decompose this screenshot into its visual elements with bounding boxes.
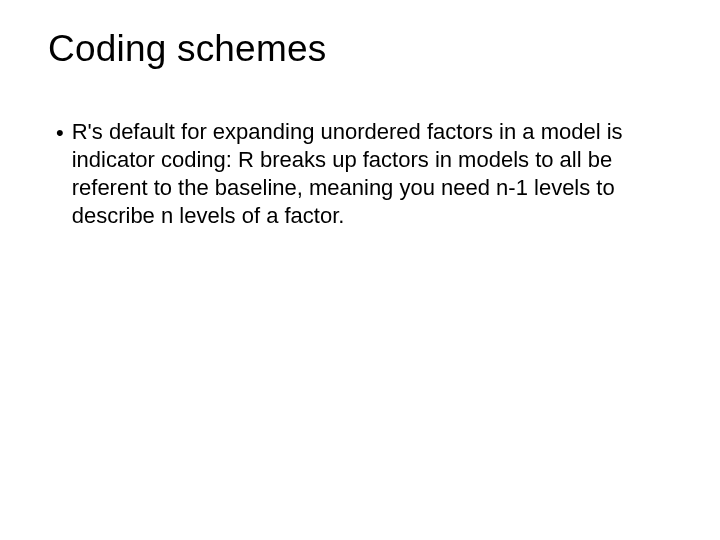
bullet-text: R's default for expanding unordered fact… (72, 118, 672, 231)
slide-container: Coding schemes • R's default for expandi… (0, 0, 720, 540)
slide-content: • R's default for expanding unordered fa… (48, 118, 672, 231)
bullet-marker: • (56, 119, 64, 147)
slide-title: Coding schemes (48, 28, 672, 70)
bullet-item: • R's default for expanding unordered fa… (56, 118, 672, 231)
